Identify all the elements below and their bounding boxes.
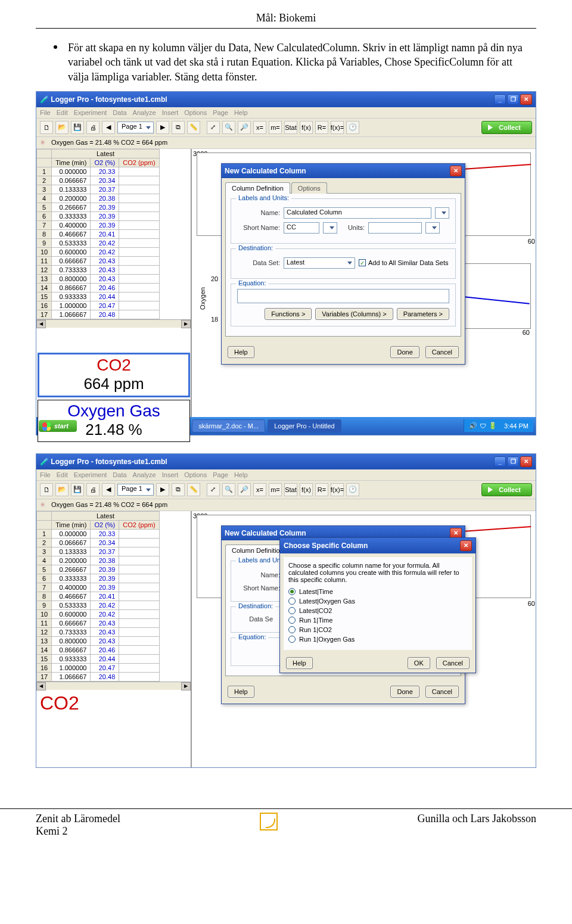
cell-co2[interactable] (119, 203, 159, 211)
cell-co2[interactable] (119, 247, 159, 256)
new-calculated-column-dialog[interactable]: New Calculated Column ✕ Column Definitio… (221, 163, 465, 365)
cell-o2[interactable]: 20.48 (91, 672, 119, 681)
task-word[interactable]: skärmar_2.doc - M... (192, 419, 265, 433)
scroll-left-icon[interactable]: ◀ (36, 320, 46, 328)
cell-co2[interactable] (119, 256, 159, 265)
cell-time[interactable]: 0.733333 (52, 265, 91, 274)
cell-o2[interactable]: 20.39 (91, 565, 119, 574)
cell-o2[interactable]: 20.44 (91, 292, 119, 301)
subdialog-cancel-button[interactable]: Cancel (436, 657, 470, 669)
cell-co2[interactable] (119, 274, 159, 283)
add-all-checkbox[interactable]: ✓ Add to All Similar Data Sets (359, 259, 449, 266)
cell-time[interactable]: 0.600000 (52, 247, 91, 256)
col-o2[interactable]: O2 (%) (91, 158, 119, 167)
close-button[interactable]: ✕ (520, 456, 532, 467)
menu-insert[interactable]: Insert (162, 109, 179, 116)
cell-time[interactable]: 0.400000 (52, 220, 91, 229)
save-icon[interactable]: 💾 (71, 483, 84, 496)
cell-co2[interactable] (119, 609, 159, 618)
col-time[interactable]: Time (min) (52, 520, 91, 529)
cell-o2[interactable]: 20.42 (91, 609, 119, 618)
cell-o2[interactable]: 20.43 (91, 627, 119, 636)
model-icon[interactable]: f(x)= (331, 121, 344, 134)
menu-file[interactable]: File (40, 109, 51, 116)
menu-options[interactable]: Options (184, 471, 207, 478)
cell-o2[interactable]: 20.39 (91, 574, 119, 583)
cell-o2[interactable]: 20.33 (91, 529, 119, 538)
maximize-button[interactable]: ❐ (507, 94, 519, 105)
subdialog-help-button[interactable]: Help (286, 657, 313, 669)
cell-co2[interactable] (119, 556, 159, 565)
cell-co2[interactable] (119, 229, 159, 238)
scroll-right-icon[interactable]: ▶ (181, 682, 191, 690)
cell-time[interactable]: 0.800000 (52, 274, 91, 283)
cell-time[interactable]: 0.333333 (52, 211, 91, 220)
cell-o2[interactable]: 20.47 (91, 301, 119, 310)
dialog-help-button[interactable]: Help (228, 346, 254, 358)
cell-co2[interactable] (119, 292, 159, 301)
dialog-cancel-button[interactable]: Cancel (425, 686, 459, 698)
cell-o2[interactable]: 20.34 (91, 538, 119, 547)
cell-co2[interactable] (119, 310, 159, 319)
col-time[interactable]: Time (min) (52, 158, 91, 167)
new-icon[interactable]: 🗋 (40, 121, 53, 134)
data-table[interactable]: Latest Time (min) O2 (%) CO2 (ppm) 1 0.0… (36, 511, 191, 767)
data-browser-icon[interactable]: ⧉ (172, 121, 185, 134)
close-button[interactable]: ✕ (520, 94, 532, 105)
print-icon[interactable]: 🖨 (86, 483, 100, 496)
cell-time[interactable]: 0.800000 (52, 636, 91, 645)
cell-o2[interactable]: 20.39 (91, 583, 119, 592)
cell-co2[interactable] (119, 283, 159, 292)
minimize-button[interactable]: _ (494, 456, 506, 467)
data-browser-icon[interactable]: ⧉ (172, 483, 185, 496)
menu-edit[interactable]: Edit (57, 109, 68, 116)
cell-time[interactable]: 0.066667 (52, 538, 91, 547)
cell-co2[interactable] (119, 672, 159, 681)
linear-fit-icon[interactable]: R= (315, 483, 328, 496)
cell-o2[interactable]: 20.43 (91, 636, 119, 645)
cell-co2[interactable] (119, 636, 159, 645)
column-radio-option[interactable]: Run 1|Time (288, 617, 467, 624)
cell-time[interactable]: 0.600000 (52, 609, 91, 618)
menu-analyze[interactable]: Analyze (133, 471, 156, 478)
cell-time[interactable]: 0.266667 (52, 203, 91, 211)
next-page-icon[interactable]: ▶ (156, 483, 169, 496)
cell-o2[interactable]: 20.43 (91, 274, 119, 283)
tray-icon[interactable]: 🛡 (480, 422, 486, 430)
cell-co2[interactable] (119, 301, 159, 310)
units-dropdown[interactable] (425, 222, 440, 234)
cell-o2[interactable]: 20.42 (91, 247, 119, 256)
shortname-input[interactable]: CC (284, 222, 319, 234)
cell-time[interactable]: 0.466667 (52, 229, 91, 238)
stats-icon[interactable]: Stat (284, 483, 297, 496)
zoom-out-icon[interactable]: 🔎 (238, 121, 251, 134)
menu-edit[interactable]: Edit (57, 471, 68, 478)
task-loggerpro[interactable]: Logger Pro - Untitled (268, 419, 341, 433)
table-hscroll[interactable]: ◀ ▶ (36, 319, 191, 328)
next-page-icon[interactable]: ▶ (156, 121, 169, 134)
cell-co2[interactable] (119, 654, 159, 663)
column-radio-option[interactable]: Latest|Oxygen Gas (288, 598, 467, 605)
menu-data[interactable]: Data (113, 471, 126, 478)
cell-co2[interactable] (119, 618, 159, 627)
cell-o2[interactable]: 20.46 (91, 283, 119, 292)
linear-fit-icon[interactable]: R= (315, 121, 328, 134)
menu-file[interactable]: File (40, 471, 51, 478)
open-icon[interactable]: 📂 (55, 121, 69, 134)
table-hscroll[interactable]: ◀ ▶ (36, 682, 191, 690)
cell-time[interactable]: 0.066667 (52, 176, 91, 185)
name-input[interactable]: Calculated Column (284, 207, 431, 219)
menu-page[interactable]: Page (213, 471, 228, 478)
model-icon[interactable]: f(x)= (331, 483, 344, 496)
prev-page-icon[interactable]: ◀ (102, 483, 115, 496)
cell-time[interactable]: 0.000000 (52, 529, 91, 538)
cell-o2[interactable]: 20.37 (91, 547, 119, 556)
subdialog-close-button[interactable]: ✕ (460, 540, 472, 551)
cell-time[interactable]: 1.066667 (52, 672, 91, 681)
new-icon[interactable]: 🗋 (40, 483, 53, 496)
maximize-button[interactable]: ❐ (507, 456, 519, 467)
equation-input[interactable] (237, 289, 449, 303)
cell-time[interactable]: 0.733333 (52, 627, 91, 636)
cell-time[interactable]: 0.933333 (52, 292, 91, 301)
radio-icon[interactable] (288, 607, 296, 614)
